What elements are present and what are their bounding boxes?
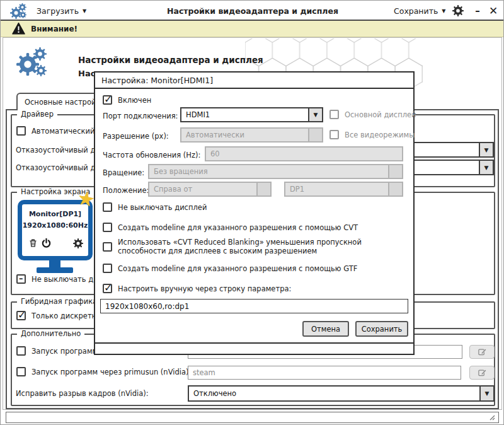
monitor-settings-gear-icon[interactable]: [73, 238, 83, 248]
auto-driver-checkbox-row: Автоматический в: [16, 126, 101, 136]
group-driver-label: Драйвер: [17, 110, 57, 119]
window-title: Настройки видеоадаптера и дисплея: [167, 3, 338, 18]
failsafe-driver-label-1: Отказоустойчивый др: [16, 146, 100, 154]
monitor-stand: [49, 259, 60, 268]
dialog-title: Настройка: Monitor[HDMI1]: [95, 73, 413, 89]
position-select: Справа от: [148, 182, 272, 197]
gear-icon: [452, 5, 464, 16]
failsafe-driver-label-2: Отказоустойчивый др: [16, 163, 100, 172]
group-hybrid-label: Гибридная графика: [17, 297, 101, 306]
delete-monitor-icon[interactable]: [28, 238, 38, 248]
save-button-label: Сохранить: [394, 6, 438, 16]
manual-checkbox[interactable]: [103, 284, 112, 293]
manual-row: Настроить вручную через строку параметра…: [103, 284, 291, 293]
all-modes-label: Все видеорежимы: [345, 131, 415, 139]
dialog-keep-on-checkbox[interactable]: [103, 202, 112, 212]
monitor-name: Monitor[DP1]: [22, 210, 88, 218]
load-button-label: Загрузить: [37, 6, 79, 16]
chevron-down-icon: [388, 165, 402, 178]
keep-display-on-label: Не выключать ди: [32, 275, 98, 284]
save-button[interactable]: Сохранить ▼: [394, 3, 445, 18]
dialog-keep-on-label: Не выключать дисплей: [118, 203, 207, 212]
warning-text: Внимание!: [31, 25, 77, 33]
rotation-select: Без вращения: [148, 164, 403, 179]
position-label: Положение:: [103, 186, 149, 195]
cvt-rb-label: Использовать «CVT Reduced Blanking» умен…: [118, 238, 409, 256]
dialog-keep-on-row: Не выключать дисплей: [103, 202, 207, 212]
close-button[interactable]: ✕: [486, 3, 501, 18]
tab-label: Основные настройки: [25, 98, 105, 107]
edit-pencil-icon: [478, 368, 487, 378]
app-logo-gears-icon: [10, 3, 30, 20]
manual-param-input[interactable]: [100, 299, 408, 313]
tearfree-select[interactable]: Отключено ▼: [188, 385, 495, 402]
titlebar: Загрузить ▼ Настройки видеоадаптера и ди…: [1, 1, 504, 21]
enabled-row: Включен: [103, 95, 151, 105]
all-modes-checkbox[interactable]: [329, 130, 339, 139]
resize-grip[interactable]: [488, 414, 496, 421]
discrete-only-checkbox[interactable]: [16, 311, 26, 320]
rotation-label: Вращение:: [103, 168, 144, 177]
manual-label: Настроить вручную через строку параметра…: [118, 284, 291, 293]
load-button[interactable]: Загрузить ▼: [37, 3, 86, 18]
edit-pencil-icon: [478, 347, 487, 357]
auto-driver-label: Автоматический в: [32, 127, 101, 136]
gtf-row: Создать modeline для указанного разрешен…: [103, 264, 357, 273]
gtf-label: Создать modeline для указанного разрешен…: [118, 264, 357, 273]
keep-display-on-checkbox[interactable]: [16, 274, 26, 284]
keep-display-on-row: Не выключать ди: [16, 274, 98, 284]
tab-main-settings[interactable]: Основные настройки: [16, 93, 101, 110]
chevron-down-icon: ▼: [479, 387, 493, 400]
chevron-down-icon: ▼: [83, 8, 86, 14]
edit-button-2[interactable]: [469, 366, 495, 380]
cancel-button[interactable]: Отмена: [302, 321, 349, 337]
chevron-down-icon: ▼: [308, 108, 322, 121]
all-modes-row: Все видеорежимы: [329, 130, 415, 139]
cvt-checkbox[interactable]: [103, 223, 112, 232]
page-subtitle-fragment: Нас: [78, 69, 95, 78]
refresh-rate-label: Частота обновления (Hz):: [103, 151, 200, 160]
position-target-select: DP1: [284, 182, 403, 197]
run-program-input-2[interactable]: [188, 366, 461, 380]
edit-button-1[interactable]: [469, 345, 495, 359]
cvt-label: Создать modeline для указанного разрешен…: [118, 223, 358, 232]
settings-gear-button[interactable]: [450, 3, 466, 18]
chevron-down-icon: [256, 183, 270, 195]
warning-icon: [12, 22, 25, 35]
chevron-down-icon: ▼: [479, 161, 493, 174]
group-extra-label: Дополнительно: [17, 329, 84, 338]
primary-display-row: Основной дисплей: [329, 110, 416, 119]
cvt-rb-row: Использовать «CVT Reduced Blanking» умен…: [103, 238, 409, 256]
resolution-label: Разрешение (px):: [103, 132, 169, 141]
cvt-row: Создать modeline для указанного разрешен…: [103, 223, 358, 232]
status-bar: [6, 412, 499, 423]
chevron-down-icon: [388, 183, 402, 195]
warning-banner[interactable]: Внимание!: [1, 21, 504, 37]
app-window: Загрузить ▼ Настройки видеоадаптера и ди…: [0, 0, 504, 425]
chevron-down-icon: [308, 129, 322, 141]
cvt-rb-checkbox[interactable]: [103, 242, 112, 252]
resolution-select: Автоматически: [180, 127, 323, 143]
monitor-settings-dialog: Настройка: Monitor[HDMI1] Включен Порт п…: [94, 71, 415, 355]
discrete-only-row: Только дискретно: [16, 311, 101, 320]
power-monitor-icon[interactable]: [41, 238, 52, 248]
page-title: Настройки видеоадаптера и дисплея: [78, 55, 263, 65]
monitor-base: [37, 267, 73, 273]
dialog-save-button[interactable]: Сохранить: [355, 321, 408, 337]
tearfree-label: Исправить разрыв кадров (nVidia):: [16, 389, 149, 398]
port-select[interactable]: HDMI1 ▼: [180, 107, 323, 122]
primary-display-checkbox: [329, 110, 339, 119]
minimize-button[interactable]: –: [471, 3, 484, 18]
dialog-footer-separator: [95, 342, 413, 344]
auto-driver-checkbox[interactable]: [16, 126, 26, 136]
run-program-label-2: Запуск программ через primusun (nVidia):: [32, 368, 191, 376]
gtf-checkbox[interactable]: [103, 264, 112, 273]
primary-display-label: Основной дисплей: [345, 110, 416, 119]
run-program-checkbox-1[interactable]: [16, 346, 26, 356]
discrete-only-label: Только дискретно: [32, 311, 101, 320]
port-label: Порт подключения:: [103, 112, 178, 120]
run-program-row-2: Запуск программ через primusun (nVidia):: [16, 367, 191, 376]
run-program-checkbox-2[interactable]: [16, 367, 26, 376]
chevron-down-icon: ▼: [479, 143, 493, 156]
enabled-checkbox[interactable]: [103, 95, 112, 105]
